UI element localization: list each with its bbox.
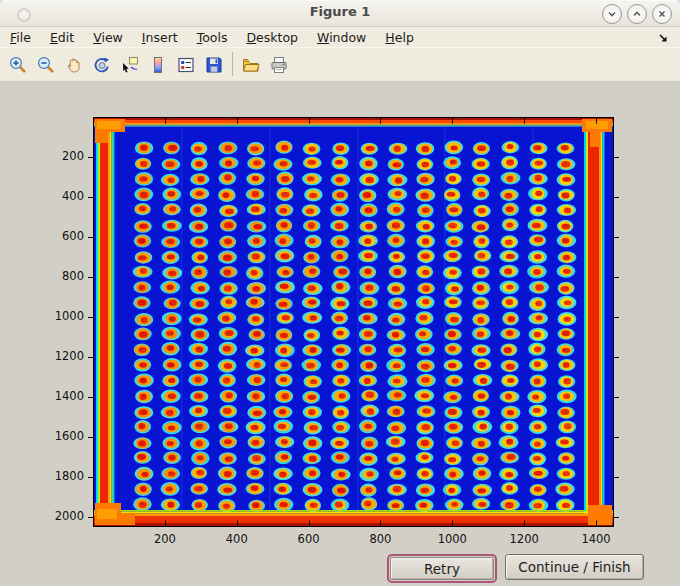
y-tick-mark xyxy=(88,317,93,318)
y-tick-mark xyxy=(88,397,93,398)
window-title: Figure 1 xyxy=(0,4,680,19)
insert-colorbar-button[interactable] xyxy=(144,51,172,79)
y-tick-label: 2000 xyxy=(55,509,84,523)
y-tick-mark xyxy=(88,517,93,518)
x-tick-label: 800 xyxy=(369,532,391,546)
menu-item-view[interactable]: View xyxy=(93,30,123,45)
menu-item-help[interactable]: Help xyxy=(385,30,414,45)
y-tick-mark xyxy=(614,397,619,398)
plot-image-canvas[interactable] xyxy=(93,117,614,527)
hand-icon xyxy=(64,55,84,75)
y-tick-mark xyxy=(614,317,619,318)
close-icon xyxy=(656,8,668,20)
menu-item-file[interactable]: File xyxy=(10,30,31,45)
dock-arrow-icon xyxy=(657,32,670,45)
y-tick-mark xyxy=(614,197,619,198)
menu-item-tools[interactable]: Tools xyxy=(197,30,228,45)
menu-item-edit[interactable]: Edit xyxy=(50,30,74,45)
printer-icon xyxy=(269,55,289,75)
y-tick-label: 1200 xyxy=(55,349,84,363)
data-cursor-icon xyxy=(120,55,140,75)
x-tick-label: 1000 xyxy=(438,532,467,546)
save-figure-button[interactable] xyxy=(200,51,228,79)
y-tick-mark xyxy=(88,437,93,438)
save-icon xyxy=(204,55,224,75)
y-tick-label: 1400 xyxy=(55,389,84,403)
close-button[interactable] xyxy=(652,4,672,24)
menubar: File Edit View Insert Tools Desktop Wind… xyxy=(0,27,680,47)
menu-item-desktop[interactable]: Desktop xyxy=(246,30,298,45)
y-tick-mark xyxy=(88,357,93,358)
menu-item-window[interactable]: Window xyxy=(317,30,366,45)
y-tick-mark xyxy=(614,517,619,518)
titlebar[interactable]: Figure 1 xyxy=(0,0,680,27)
open-file-button[interactable] xyxy=(237,51,265,79)
zoom-in-button[interactable] xyxy=(4,51,32,79)
figure-toolbar xyxy=(0,47,680,82)
y-tick-mark xyxy=(614,357,619,358)
y-tick-mark xyxy=(88,197,93,198)
zoom-out-icon xyxy=(36,55,56,75)
y-tick-mark xyxy=(614,437,619,438)
open-folder-icon xyxy=(241,55,261,75)
print-figure-button[interactable] xyxy=(265,51,293,79)
rotate-3d-button[interactable] xyxy=(88,51,116,79)
y-tick-mark xyxy=(614,477,619,478)
figure-window: Figure 1 File Edit View Insert xyxy=(0,0,680,586)
y-tick-label: 1600 xyxy=(55,429,84,443)
minimize-button[interactable] xyxy=(602,4,622,24)
data-cursor-button[interactable] xyxy=(116,51,144,79)
y-tick-mark xyxy=(614,237,619,238)
y-tick-label: 400 xyxy=(62,189,84,203)
retry-button[interactable]: Retry xyxy=(390,557,494,580)
y-tick-mark xyxy=(614,157,619,158)
toolbar-separator xyxy=(232,52,233,76)
insert-legend-button[interactable] xyxy=(172,51,200,79)
zoom-in-icon xyxy=(8,55,28,75)
zoom-out-button[interactable] xyxy=(32,51,60,79)
rotate-3d-icon xyxy=(92,55,112,75)
y-tick-mark xyxy=(88,477,93,478)
y-tick-mark xyxy=(88,237,93,238)
window-controls xyxy=(602,4,672,24)
x-tick-label: 400 xyxy=(226,532,248,546)
y-tick-mark xyxy=(614,277,619,278)
y-tick-label: 1800 xyxy=(55,469,84,483)
y-tick-label: 800 xyxy=(62,269,84,283)
pan-button[interactable] xyxy=(60,51,88,79)
continue-finish-button[interactable]: Continue / Finish xyxy=(505,554,644,580)
x-tick-label: 1200 xyxy=(510,532,539,546)
y-tick-label: 200 xyxy=(62,149,84,163)
maximize-button[interactable] xyxy=(627,4,647,24)
y-tick-label: 600 xyxy=(62,229,84,243)
menu-item-insert[interactable]: Insert xyxy=(142,30,178,45)
legend-icon xyxy=(176,55,196,75)
x-tick-label: 600 xyxy=(298,532,320,546)
x-tick-label: 200 xyxy=(154,532,176,546)
y-tick-mark xyxy=(88,157,93,158)
x-tick-label: 1400 xyxy=(581,532,610,546)
chevron-down-icon xyxy=(606,8,618,20)
colorbar-icon xyxy=(148,55,168,75)
y-tick-mark xyxy=(88,277,93,278)
chevron-up-icon xyxy=(631,8,643,20)
y-tick-label: 1000 xyxy=(55,309,84,323)
